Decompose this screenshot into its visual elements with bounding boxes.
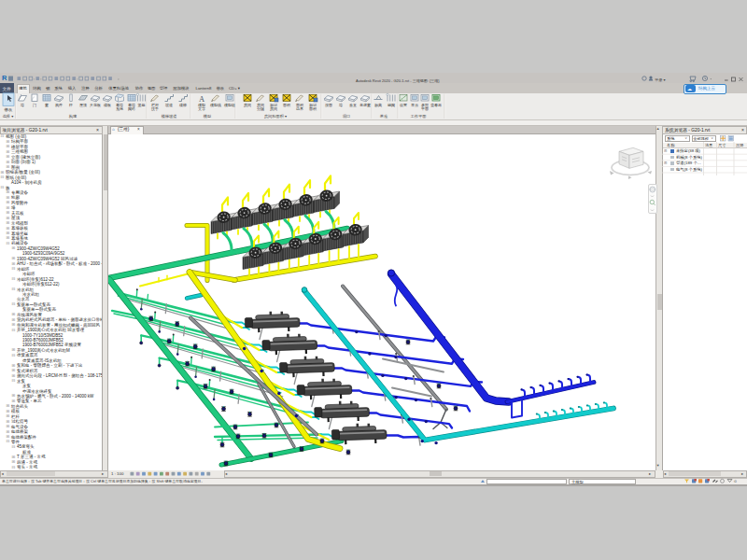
svg-text:天花板: 天花板 (90, 103, 101, 107)
svg-text:楼梯坡道: 楼梯坡道 (162, 114, 177, 119)
svg-text:垂直: 垂直 (349, 103, 357, 107)
svg-text:查看器: 查看器 (430, 103, 442, 107)
svg-text:模型组: 模型组 (224, 103, 235, 107)
svg-text:选择 ▾: 选择 ▾ (2, 114, 15, 119)
svg-text:设置: 设置 (400, 103, 407, 107)
svg-text:房间: 房间 (270, 106, 277, 112)
svg-text:房间和面积 ▾: 房间和面积 ▾ (264, 114, 288, 119)
svg-text:面积: 面积 (283, 103, 291, 107)
svg-text:房间: 房间 (244, 103, 251, 108)
svg-text:老虎窗: 老虎窗 (359, 103, 371, 107)
svg-text:网格: 网格 (128, 106, 135, 111)
svg-text:窗: 窗 (45, 103, 49, 107)
svg-text:修改: 修改 (5, 107, 13, 112)
svg-text:楼梯: 楼梯 (179, 103, 187, 107)
svg-text:扶手: 扶手 (150, 106, 159, 111)
svg-text:构建: 构建 (69, 114, 77, 119)
svg-text:轴网: 轴网 (388, 103, 395, 107)
svg-text:门: 门 (33, 103, 36, 107)
svg-text:系统: 系统 (116, 106, 123, 112)
svg-text:文字: 文字 (198, 106, 205, 111)
svg-text:边界: 边界 (296, 106, 303, 111)
svg-text:面积: 面积 (309, 106, 317, 111)
svg-text:模型线: 模型线 (210, 103, 221, 107)
svg-text:楼板: 楼板 (104, 103, 111, 107)
svg-text:坡道: 坡道 (164, 103, 173, 107)
svg-text:按面: 按面 (325, 103, 332, 107)
svg-text:显示: 显示 (411, 103, 418, 108)
svg-text:洞口: 洞口 (343, 114, 350, 119)
svg-text:分隔: 分隔 (257, 106, 264, 112)
svg-text::0: :0 (734, 479, 738, 483)
svg-text:标高: 标高 (374, 103, 382, 108)
svg-text:工作平面: 工作平面 (410, 114, 428, 119)
svg-text:基准: 基准 (380, 114, 388, 119)
svg-text:柱: 柱 (68, 103, 73, 107)
svg-text:屋顶: 屋顶 (79, 103, 87, 107)
svg-text:模型: 模型 (203, 114, 211, 119)
svg-text:墙: 墙 (338, 103, 343, 107)
svg-text:竖梃: 竖梃 (138, 103, 146, 107)
svg-text:平面: 平面 (421, 106, 429, 111)
svg-text:构件: 构件 (55, 103, 63, 108)
svg-text:墙: 墙 (20, 103, 24, 107)
